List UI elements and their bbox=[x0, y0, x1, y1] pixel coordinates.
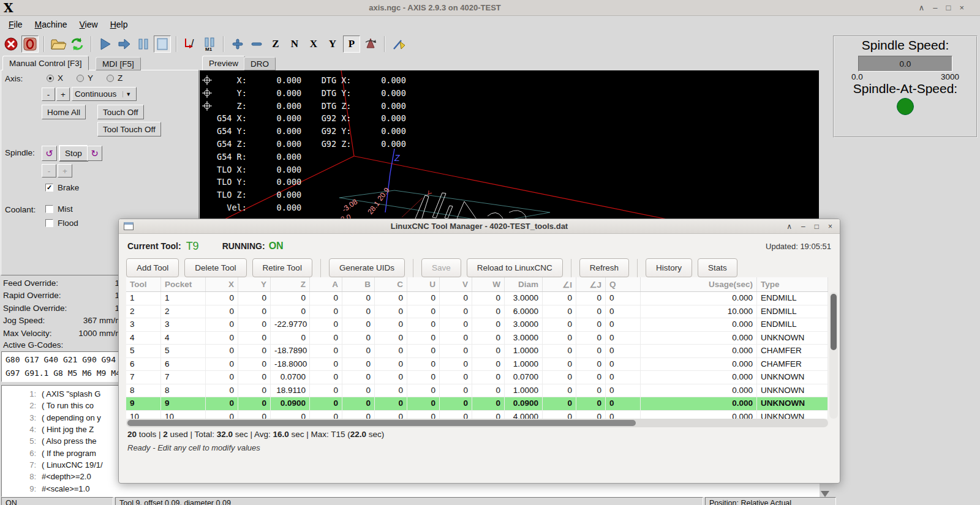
dialog-close-icon[interactable]: × bbox=[828, 222, 832, 231]
tool-table-cell[interactable]: 0 bbox=[440, 411, 472, 419]
tool-table-cell[interactable]: 0 bbox=[543, 384, 576, 397]
tool-table-cell[interactable]: 0 bbox=[576, 332, 606, 345]
tab-manual-control[interactable]: Manual Control [F3] bbox=[2, 56, 89, 70]
tool-table-cell[interactable]: 0 bbox=[606, 411, 641, 419]
tool-table-cell[interactable]: 0 bbox=[440, 371, 472, 384]
tool-table-cell[interactable]: 0 bbox=[206, 397, 238, 410]
tool-table-cell[interactable]: 3 bbox=[161, 318, 206, 331]
tool-table-cell[interactable]: 0.0900 bbox=[271, 397, 310, 410]
tool-table-cell[interactable]: 0 bbox=[310, 292, 342, 305]
tool-table-cell[interactable]: 7 bbox=[126, 371, 161, 384]
tool-table-cell[interactable]: 0 bbox=[606, 305, 641, 318]
tool-table-cell[interactable]: 0 bbox=[440, 318, 472, 331]
tool-table-cell[interactable]: 9 bbox=[126, 397, 161, 410]
tool-table-cell[interactable]: 0 bbox=[472, 292, 505, 305]
tool-table-cell[interactable]: 8 bbox=[161, 384, 206, 397]
tool-table-cell[interactable]: 0 bbox=[472, 358, 505, 371]
tool-table-cell[interactable]: 0 bbox=[271, 332, 310, 345]
tool-table-cell[interactable]: 0 bbox=[310, 305, 342, 318]
tool-table-cell[interactable]: 0 bbox=[407, 292, 440, 305]
history-button[interactable]: History bbox=[646, 258, 692, 277]
tool-table-cell[interactable]: 0 bbox=[310, 371, 342, 384]
dialog-shade-icon[interactable]: ∧ bbox=[786, 222, 792, 231]
tool-table-cell[interactable]: 0 bbox=[206, 358, 238, 371]
tool-table-cell[interactable]: 0.000 bbox=[641, 332, 757, 345]
tool-table-cell[interactable]: 0 bbox=[342, 371, 375, 384]
optional-stop-m1-icon[interactable]: M1 bbox=[201, 36, 218, 53]
tool-table-cell[interactable]: 0 bbox=[342, 358, 375, 371]
tool-table-cell[interactable]: 0 bbox=[238, 318, 271, 331]
machine-power-icon[interactable] bbox=[21, 36, 39, 53]
tool-table-cell[interactable]: 0 bbox=[440, 397, 472, 410]
tool-table-cell[interactable]: -18.7890 bbox=[271, 345, 310, 357]
tool-table-cell[interactable]: 4 bbox=[126, 332, 161, 345]
tool-table-cell[interactable]: 10 bbox=[126, 411, 161, 419]
tool-table-cell[interactable]: -18.8000 bbox=[271, 358, 310, 371]
tool-table-cell[interactable]: 0 bbox=[606, 371, 641, 384]
tool-table-cell[interactable]: 0 bbox=[606, 292, 641, 305]
tool-table-cell[interactable]: 0 bbox=[407, 397, 440, 410]
tool-table-cell[interactable]: 0 bbox=[342, 345, 375, 357]
tool-table-cell[interactable]: 0 bbox=[606, 332, 641, 345]
table-row[interactable]: 6600-18.80000000001.00000000.000CHAMFER bbox=[126, 358, 828, 372]
zoom-out-icon[interactable] bbox=[248, 36, 265, 53]
dialog-minimize-icon[interactable]: – bbox=[801, 222, 805, 231]
tool-table-cell[interactable]: 0 bbox=[342, 292, 375, 305]
menu-view[interactable]: View bbox=[75, 18, 103, 31]
tool-table-cell[interactable]: 0 bbox=[606, 397, 641, 410]
zoom-in-icon[interactable] bbox=[229, 36, 246, 53]
tool-table-cell[interactable]: 4 bbox=[161, 332, 206, 345]
tool-table-cell[interactable]: 0 bbox=[238, 371, 271, 384]
window-minimize-icon[interactable]: – bbox=[933, 3, 937, 12]
tool-table-cell[interactable]: 3.0000 bbox=[505, 332, 543, 345]
resize-grip-icon[interactable] bbox=[821, 491, 829, 497]
tool-table-cell[interactable]: CHAMFER bbox=[757, 345, 828, 357]
tool-table-cell[interactable]: 5 bbox=[161, 345, 206, 357]
tool-table-cell[interactable]: 1.0000 bbox=[505, 345, 543, 357]
estop-icon[interactable] bbox=[2, 36, 20, 53]
tool-table-cell[interactable]: 0 bbox=[543, 318, 576, 331]
tool-table-cell[interactable]: 1.0000 bbox=[505, 384, 543, 397]
tool-table-cell[interactable]: 6.0000 bbox=[505, 305, 543, 318]
tool-table-cell[interactable]: 0 bbox=[342, 411, 375, 419]
tool-table-cell[interactable]: 0 bbox=[606, 384, 641, 397]
tool-table-cell[interactable]: 0 bbox=[576, 411, 606, 419]
tool-table-cell[interactable]: 0 bbox=[407, 305, 440, 318]
run-icon[interactable] bbox=[97, 36, 114, 53]
tool-table-cell[interactable]: 0 bbox=[375, 411, 407, 419]
tool-table-cell[interactable]: 5 bbox=[126, 345, 161, 357]
tool-table-cell[interactable]: 1 bbox=[161, 292, 206, 305]
vertical-scrollbar-thumb[interactable] bbox=[831, 294, 837, 350]
tool-table-cell[interactable]: 0 bbox=[576, 292, 606, 305]
window-maximize-icon[interactable]: □ bbox=[946, 3, 951, 12]
step-icon[interactable] bbox=[116, 36, 133, 53]
table-row[interactable]: 110000000003.00000000.000ENDMILL bbox=[126, 292, 828, 305]
tool-table-cell[interactable]: 0 bbox=[407, 371, 440, 384]
tool-table-cell[interactable]: -22.9770 bbox=[271, 318, 310, 331]
tool-table-cell[interactable]: 2 bbox=[126, 305, 161, 318]
tool-table-cell[interactable]: 0 bbox=[576, 345, 606, 357]
view-x-icon[interactable]: X bbox=[305, 36, 322, 53]
view-z-rotated-icon[interactable]: N bbox=[286, 36, 303, 53]
tool-table-cell[interactable]: 1.0000 bbox=[505, 358, 543, 371]
tool-table-cell[interactable]: 0 bbox=[375, 371, 407, 384]
tool-table-cell[interactable]: 18.9110 bbox=[271, 384, 310, 397]
tool-table-cell[interactable]: 0.000 bbox=[641, 411, 757, 419]
vertical-scrollbar[interactable] bbox=[829, 292, 838, 419]
tool-table-cell[interactable]: 0.000 bbox=[641, 318, 757, 331]
tool-table-cell[interactable]: 0 bbox=[342, 332, 375, 345]
menu-help[interactable]: Help bbox=[105, 18, 133, 31]
tool-table-cell[interactable]: 0 bbox=[576, 305, 606, 318]
tool-table-cell[interactable]: 0 bbox=[472, 397, 505, 410]
tool-table-cell[interactable]: 0 bbox=[472, 332, 505, 345]
tool-table-cell[interactable]: 0 bbox=[472, 345, 505, 357]
tool-table-cell[interactable]: 0 bbox=[238, 397, 271, 410]
stats-button[interactable]: Stats bbox=[698, 258, 737, 277]
tab-dro[interactable]: DRO bbox=[244, 57, 276, 70]
pause-icon[interactable] bbox=[135, 36, 152, 53]
reload-file-icon[interactable] bbox=[69, 36, 86, 53]
tool-table-cell[interactable]: 0 bbox=[310, 318, 342, 331]
view-perspective-icon[interactable]: P bbox=[343, 36, 360, 53]
tool-table-cell[interactable]: 3.0000 bbox=[505, 318, 543, 331]
tool-table-cell[interactable]: 0 bbox=[206, 292, 238, 305]
